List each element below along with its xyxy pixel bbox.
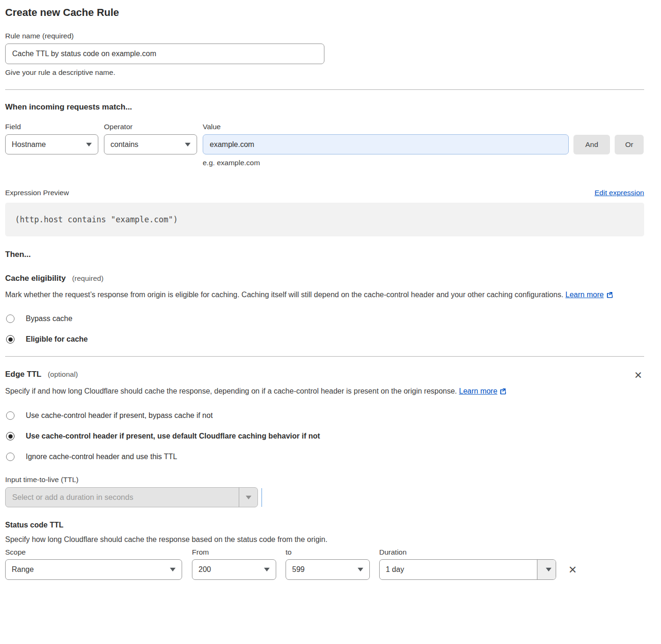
expression-preview-label: Expression Preview <box>5 189 69 197</box>
field-label: Field <box>5 123 98 131</box>
status-row-remove-icon[interactable]: ✕ <box>566 564 579 576</box>
ttl-duration-placeholder: Select or add a duration in seconds <box>6 488 239 507</box>
operator-select[interactable]: contains <box>104 134 197 154</box>
chevron-down-icon <box>358 568 363 571</box>
radio-use-header-bypass-label: Use cache-control header if present, byp… <box>26 411 213 420</box>
value-help: e.g. example.com <box>203 159 569 167</box>
radio-eligible-for-cache[interactable]: Eligible for cache <box>5 335 644 344</box>
ttl-duration-select[interactable]: Select or add a duration in seconds <box>5 487 258 507</box>
to-label: to <box>286 548 370 556</box>
radio-ignore-header-label: Ignore cache-control header and use this… <box>26 453 177 461</box>
chevron-down-icon <box>170 568 176 571</box>
chevron-down-icon <box>86 143 92 146</box>
section-divider <box>5 89 644 90</box>
ttl-input-label: Input time-to-live (TTL) <box>5 476 644 484</box>
external-link-icon <box>499 386 507 399</box>
text-cursor <box>261 488 262 507</box>
radio-circle-icon <box>6 411 15 420</box>
cache-eligibility-description-text: Mark whether the request’s response from… <box>5 291 563 299</box>
radio-use-header-default[interactable]: Use cache-control header if present, use… <box>5 432 644 440</box>
from-select[interactable]: 200 <box>192 559 276 580</box>
radio-bypass-cache-label: Bypass cache <box>26 315 73 323</box>
duration-label: Duration <box>379 548 556 556</box>
edge-ttl-title: Edge TTL <box>5 370 41 379</box>
scope-select-value: Range <box>12 565 34 574</box>
edit-expression-link[interactable]: Edit expression <box>595 189 644 197</box>
from-select-value: 200 <box>198 565 211 574</box>
radio-use-header-default-label: Use cache-control header if present, use… <box>26 432 320 440</box>
duration-select-value: 1 day <box>380 560 537 579</box>
value-input[interactable]: example.com <box>203 134 569 154</box>
radio-use-header-bypass[interactable]: Use cache-control header if present, byp… <box>5 411 644 420</box>
rule-name-label: Rule name (required) <box>5 32 644 40</box>
operator-label: Operator <box>104 123 197 131</box>
to-select[interactable]: 599 <box>286 559 370 580</box>
expression-code-block: (http.host contains "example.com") <box>5 203 644 236</box>
cache-eligibility-learn-more-link[interactable]: Learn more <box>566 291 604 299</box>
radio-ignore-header[interactable]: Ignore cache-control header and use this… <box>5 453 644 461</box>
required-tag: (required) <box>72 274 103 282</box>
duration-select[interactable]: 1 day <box>379 559 556 580</box>
rule-name-help: Give your rule a descriptive name. <box>5 68 644 77</box>
scope-select[interactable]: Range <box>5 559 182 580</box>
cache-eligibility-description: Mark whether the request’s response from… <box>5 288 632 302</box>
section-divider <box>5 356 644 357</box>
external-link-icon <box>606 289 613 302</box>
radio-eligible-for-cache-label: Eligible for cache <box>26 335 88 344</box>
cache-eligibility-title: Cache eligibility <box>5 274 66 283</box>
radio-circle-icon <box>6 453 15 461</box>
edge-ttl-description-text: Specify if and how long Cloudflare shoul… <box>5 387 457 395</box>
value-label: Value <box>203 123 569 131</box>
edge-ttl-description: Specify if and how long Cloudflare shoul… <box>5 385 632 399</box>
chevron-down-icon[interactable] <box>537 560 556 579</box>
status-code-ttl-title: Status code TTL <box>5 521 644 529</box>
edge-ttl-learn-more-link[interactable]: Learn more <box>459 387 498 395</box>
chevron-down-icon <box>185 143 191 146</box>
radio-circle-icon <box>6 315 15 323</box>
rule-name-input[interactable]: Cache TTL by status code on example.com <box>5 44 324 64</box>
operator-select-value: contains <box>110 140 139 149</box>
to-select-value: 599 <box>292 565 305 574</box>
create-cache-rule-form: Create new Cache Rule Rule name (require… <box>5 0 644 580</box>
radio-bypass-cache[interactable]: Bypass cache <box>5 315 644 323</box>
from-label: From <box>192 548 276 556</box>
chevron-down-icon <box>264 568 270 571</box>
page-title: Create new Cache Rule <box>5 0 644 19</box>
radio-selected-icon <box>6 335 15 344</box>
scope-label: Scope <box>5 548 182 556</box>
optional-tag: (optional) <box>48 370 78 378</box>
and-button[interactable]: And <box>573 135 610 154</box>
then-heading: Then... <box>5 250 644 259</box>
or-button[interactable]: Or <box>615 135 644 154</box>
edge-ttl-close-icon[interactable]: ✕ <box>632 370 644 381</box>
field-select-value: Hostname <box>12 140 46 149</box>
status-code-ttl-description: Specify how long Cloudflare should cache… <box>5 535 644 544</box>
radio-selected-icon <box>6 432 15 440</box>
match-heading: When incoming requests match... <box>5 102 644 112</box>
field-select[interactable]: Hostname <box>5 134 98 154</box>
chevron-down-icon[interactable] <box>239 488 257 507</box>
